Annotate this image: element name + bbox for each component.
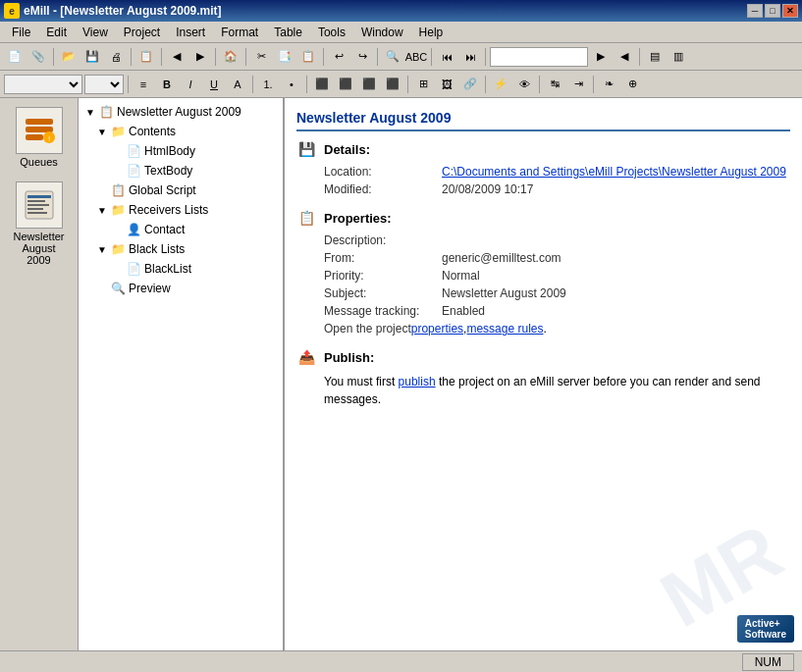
view-btn2[interactable]: ▥ (668, 46, 689, 68)
contact-toggle (110, 222, 126, 237)
align-l-button[interactable]: ⬛ (311, 74, 333, 95)
undo-button[interactable]: ↩ (328, 46, 349, 68)
contents-toggle[interactable]: ▼ (94, 124, 110, 139)
detail-title: Newsletter August 2009 (296, 110, 790, 131)
tree-item-receiverlists[interactable]: ▼ 📁 Receivers Lists (79, 200, 283, 220)
tree-item-blacklist[interactable]: 📄 BlackList (79, 259, 283, 279)
paste-button[interactable]: 📋 (297, 46, 319, 68)
message-rules-link[interactable]: message rules (466, 322, 543, 336)
align-left-button[interactable]: ≡ (133, 74, 154, 95)
publish-heading: Publish: (324, 350, 374, 365)
publish-prefix: You must first (324, 375, 399, 388)
cut-button[interactable]: ✂ (250, 46, 272, 68)
menu-format[interactable]: Format (213, 24, 266, 41)
special2-button[interactable]: ⊕ (621, 74, 643, 95)
font-family-select[interactable] (4, 75, 82, 94)
bold-button[interactable]: B (156, 74, 178, 95)
search-go-button[interactable]: ▶ (590, 46, 612, 68)
tab-button[interactable]: ↹ (544, 74, 565, 95)
menu-tools[interactable]: Tools (310, 24, 353, 41)
print-button[interactable]: 🖨 (105, 46, 127, 68)
priority-value: Normal (442, 269, 480, 283)
back-button[interactable]: ◀ (166, 46, 187, 68)
logo-line2: Software (745, 629, 786, 640)
publish-link[interactable]: publish (399, 375, 436, 388)
src-button[interactable]: ⚡ (490, 74, 511, 95)
subject-value: Newsletter August 2009 (442, 286, 566, 300)
tree-item-textbody[interactable]: 📄 TextBody (79, 161, 283, 181)
detail-content: Newsletter August 2009 💾 Details: Locati… (285, 98, 802, 420)
color-button[interactable]: A (227, 74, 248, 95)
minimize-button[interactable]: ─ (747, 4, 763, 18)
location-value[interactable]: C:\Documents and Settings\eMill Projects… (442, 165, 786, 179)
justify-button[interactable]: ⬛ (382, 74, 403, 95)
open-button[interactable]: 📂 (58, 46, 80, 68)
copy-doc-button[interactable]: 📋 (135, 46, 157, 68)
description-label: Description: (324, 233, 442, 247)
sidebar-item-queues[interactable]: ! Queues (4, 102, 74, 173)
align-r-button[interactable]: ⬛ (358, 74, 380, 95)
ul-button[interactable]: • (281, 74, 302, 95)
special1-button[interactable]: ❧ (598, 74, 619, 95)
find-button[interactable]: 🔍 (382, 46, 403, 68)
menu-window[interactable]: Window (353, 24, 411, 41)
tree-item-blacklists[interactable]: ▼ 📁 Black Lists (79, 239, 283, 259)
link-button[interactable]: 🔗 (459, 74, 481, 95)
tree-item-globalscript[interactable]: 📋 Global Script (79, 181, 283, 200)
underline-button[interactable]: U (203, 74, 225, 95)
maximize-button[interactable]: □ (765, 4, 780, 18)
modified-row: Modified: 20/08/2009 10:17 (296, 182, 790, 196)
menu-file[interactable]: File (4, 24, 38, 41)
menu-help[interactable]: Help (411, 24, 452, 41)
menu-edit[interactable]: Edit (38, 24, 75, 41)
home-button[interactable]: 🏠 (220, 46, 241, 68)
italic-button[interactable]: I (180, 74, 201, 95)
view-btn[interactable]: ▤ (644, 46, 666, 68)
properties-link[interactable]: properties (411, 322, 463, 336)
copy-button[interactable]: 📑 (274, 46, 295, 68)
next-rec-button[interactable]: ⏭ (459, 46, 481, 68)
preview-button[interactable]: 👁 (513, 74, 535, 95)
menu-project[interactable]: Project (116, 24, 168, 41)
content-area: ▼ 📋 Newsletter August 2009 ▼ 📁 Contents … (79, 98, 802, 650)
preview-label: Preview (129, 282, 171, 295)
align-c-button[interactable]: ⬛ (335, 74, 356, 95)
tracking-value: Enabled (442, 304, 485, 318)
details-heading: Details: (324, 142, 370, 157)
menu-table[interactable]: Table (266, 24, 310, 41)
sep-8 (431, 48, 432, 66)
table-button[interactable]: ⊞ (412, 74, 434, 95)
contents-icon: 📁 (110, 124, 126, 139)
details-icon: 💾 (296, 139, 316, 159)
newsletter-label: NewsletterAugust 2009 (9, 231, 69, 266)
root-toggle[interactable]: ▼ (82, 104, 98, 120)
toolbar-1: 📄 📎 📂 💾 🖨 📋 ◀ ▶ 🏠 ✂ 📑 📋 ↩ ↪ 🔍 ABC ⏮ ⏭ ▶ … (0, 43, 802, 71)
tree-item-contents[interactable]: ▼ 📁 Contents (79, 122, 283, 141)
tree-item-root[interactable]: ▼ 📋 Newsletter August 2009 (79, 102, 283, 122)
new-button[interactable]: 📄 (4, 46, 26, 68)
menu-view[interactable]: View (75, 24, 116, 41)
menu-insert[interactable]: Insert (168, 24, 213, 41)
sep-t2-2 (252, 76, 253, 93)
sidebar-item-newsletter[interactable]: NewsletterAugust 2009 (4, 177, 74, 271)
img-button[interactable]: 🖼 (436, 74, 457, 95)
htmlbody-icon: 📄 (126, 143, 141, 159)
font-size-select[interactable] (84, 75, 124, 94)
tree-item-htmlbody[interactable]: 📄 HtmlBody (79, 141, 283, 161)
tree-item-preview[interactable]: 🔍 Preview (79, 279, 283, 298)
save-button[interactable]: 💾 (81, 46, 103, 68)
spell-button[interactable]: ABC (405, 46, 427, 68)
search-input[interactable] (490, 47, 588, 67)
tree-item-contact[interactable]: 👤 Contact (79, 220, 283, 239)
attach-button[interactable]: 📎 (27, 46, 49, 68)
ol-button[interactable]: 1. (257, 74, 279, 95)
search-back-button[interactable]: ◀ (614, 46, 635, 68)
forward-button[interactable]: ▶ (189, 46, 211, 68)
prev-rec-button[interactable]: ⏮ (436, 46, 457, 68)
indent-button[interactable]: ⇥ (567, 74, 589, 95)
receiverlists-toggle[interactable]: ▼ (94, 202, 110, 218)
close-button[interactable]: ✕ (782, 4, 798, 18)
blacklists-toggle[interactable]: ▼ (94, 241, 110, 257)
redo-button[interactable]: ↪ (351, 46, 373, 68)
blacklists-label: Black Lists (129, 242, 185, 256)
